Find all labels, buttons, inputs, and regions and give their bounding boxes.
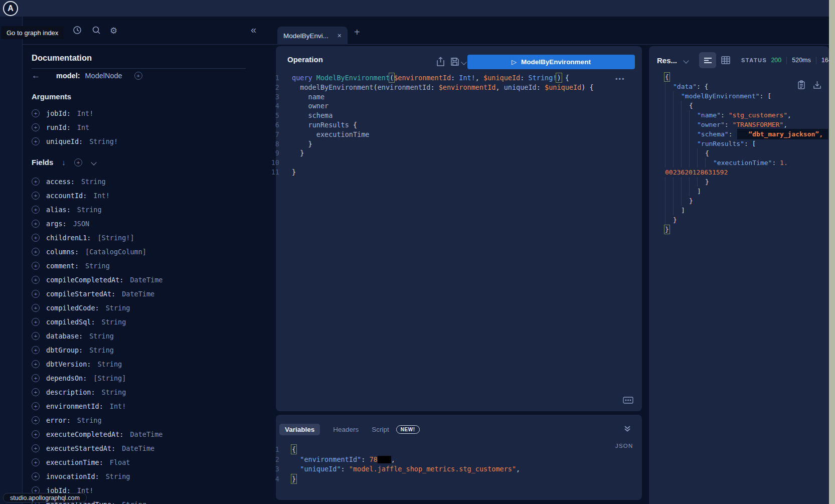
field-type[interactable]: Int! (93, 192, 110, 200)
response-json[interactable]: {"data": {"modelByEnvironment": [{"name"… (659, 72, 828, 234)
field-name[interactable]: access: (46, 178, 75, 186)
field-name[interactable]: compiledSql: (46, 318, 95, 326)
add-field-icon[interactable]: + (32, 192, 40, 200)
doc-field-row[interactable]: +columns:[CatalogColumn] (32, 245, 247, 259)
add-field-icon[interactable]: + (32, 458, 40, 466)
doc-field-row[interactable]: +dependsOn:[String] (32, 371, 247, 385)
field-name[interactable]: dependsOn: (46, 374, 87, 382)
history-clock-icon[interactable] (73, 26, 82, 35)
add-field-icon[interactable]: + (32, 234, 40, 242)
field-name[interactable]: accountId: (46, 192, 87, 200)
field-type[interactable]: String (81, 178, 106, 186)
doc-field-row[interactable]: +accountId:Int! (32, 189, 247, 203)
response-dropdown-chevron-icon[interactable] (683, 58, 689, 63)
field-type[interactable]: String (106, 304, 130, 312)
doc-field-row[interactable]: +jobId:Int! (32, 106, 118, 120)
add-field-icon[interactable]: + (32, 262, 40, 270)
field-type[interactable]: [String] (93, 374, 126, 382)
add-field-icon[interactable]: + (32, 109, 40, 117)
run-operation-button[interactable]: ▷ ModelByEnvironment (467, 55, 635, 69)
tab-modelbyenvironment[interactable]: ModelByEnvi... × (277, 27, 348, 45)
search-icon[interactable] (92, 26, 101, 35)
field-type[interactable]: [CatalogColumn] (85, 248, 146, 256)
field-name[interactable]: environmentId: (46, 402, 103, 410)
field-name[interactable]: alias: (46, 206, 71, 214)
field-type[interactable]: Int! (110, 402, 126, 410)
doc-field-row[interactable]: +uniqueId:String! (32, 134, 118, 148)
doc-field-row[interactable]: +access:String (32, 175, 247, 189)
doc-field-row[interactable]: +comment:String (32, 259, 247, 273)
doc-field-row[interactable]: +error:String (32, 413, 247, 427)
field-name[interactable]: uniqueId: (46, 137, 83, 145)
field-name[interactable]: dbtGroup: (46, 346, 83, 354)
field-type[interactable]: JSON (73, 220, 90, 228)
add-field-icon[interactable]: + (32, 444, 40, 452)
add-all-fields-icon[interactable]: + (74, 158, 82, 166)
add-type-icon[interactable]: + (134, 72, 142, 80)
doc-field-row[interactable]: +runId:Int (32, 120, 118, 134)
field-type[interactable]: Float (110, 458, 130, 466)
field-type[interactable]: String (97, 360, 122, 368)
back-arrow-icon[interactable]: ← (32, 71, 40, 81)
doc-field-row[interactable]: +executeStartedAt:DateTime (32, 441, 247, 455)
fields-options-chevron-icon[interactable] (91, 159, 96, 165)
doc-field-row[interactable]: +childrenL1:[String!] (32, 231, 247, 245)
add-field-icon[interactable]: + (32, 123, 40, 131)
doc-field-row[interactable]: +compileStartedAt:DateTime (32, 287, 247, 301)
field-type[interactable]: DateTime (130, 276, 162, 284)
field-name[interactable]: compileCompletedAt: (46, 276, 123, 284)
share-operation-icon[interactable] (436, 57, 445, 67)
field-name[interactable]: description: (46, 388, 95, 396)
new-tab-button[interactable]: + (354, 27, 360, 38)
tab-close-icon[interactable]: × (338, 32, 342, 40)
field-name[interactable]: comment: (46, 262, 79, 270)
add-field-icon[interactable]: + (32, 430, 40, 438)
add-field-icon[interactable]: + (32, 402, 40, 410)
field-name[interactable]: database: (46, 332, 83, 340)
save-operation-icon[interactable] (450, 57, 459, 66)
field-type[interactable]: String (102, 318, 126, 326)
doc-field-row[interactable]: +executeCompletedAt:DateTime (32, 427, 247, 441)
add-field-icon[interactable]: + (32, 360, 40, 368)
operation-editor[interactable]: 1query ModelByEnvironment($environmentId… (270, 73, 594, 177)
add-field-icon[interactable]: + (32, 248, 40, 256)
field-name[interactable]: executeCompletedAt: (46, 430, 123, 438)
add-field-icon[interactable]: + (32, 290, 40, 298)
field-name[interactable]: compiledCode: (46, 304, 99, 312)
add-field-icon[interactable]: + (32, 206, 40, 214)
doc-field-row[interactable]: +description:String (32, 385, 247, 399)
add-field-icon[interactable]: + (32, 318, 40, 326)
add-field-icon[interactable]: + (32, 276, 40, 284)
field-type[interactable]: DateTime (122, 290, 154, 298)
field-type[interactable]: DateTime (130, 430, 162, 438)
add-field-icon[interactable]: + (32, 178, 40, 186)
add-field-icon[interactable]: + (32, 472, 40, 480)
add-field-icon[interactable]: + (32, 304, 40, 312)
doc-field-row[interactable]: +args:JSON (32, 217, 247, 231)
field-name[interactable]: dbtVersion: (46, 360, 91, 368)
doc-field-row[interactable]: +dbtVersion:String (32, 357, 247, 371)
tab-headers[interactable]: Headers (333, 426, 359, 433)
field-type[interactable]: String (122, 500, 146, 504)
add-field-icon[interactable]: + (32, 388, 40, 396)
field-name[interactable]: executionTime: (46, 458, 103, 466)
collapse-sidebar-icon[interactable]: « (251, 24, 256, 36)
field-name[interactable]: error: (46, 416, 71, 424)
add-field-icon[interactable]: + (32, 332, 40, 340)
field-name[interactable]: jobId: (46, 109, 71, 117)
doc-field-row[interactable]: +database:String (32, 329, 247, 343)
doc-field-row[interactable]: +invocationId:String (32, 469, 247, 483)
field-name[interactable]: columns: (46, 248, 79, 256)
add-field-icon[interactable]: + (32, 374, 40, 382)
add-field-icon[interactable]: + (32, 137, 40, 145)
doc-field-row[interactable]: +compiledCode:String (32, 301, 247, 315)
collapse-variables-chevron-icon[interactable] (623, 425, 631, 432)
view-table-toggle[interactable] (721, 56, 730, 64)
field-type[interactable]: String (89, 332, 114, 340)
doc-field-row[interactable]: +executionTime:Float (32, 455, 247, 469)
tab-variables[interactable]: Variables (279, 424, 320, 435)
field-type[interactable]: Int! (77, 109, 94, 117)
doc-field-row[interactable]: +environmentId:Int! (32, 399, 247, 413)
field-type[interactable]: String (77, 416, 102, 424)
doc-field-row[interactable]: +alias:String (32, 203, 247, 217)
